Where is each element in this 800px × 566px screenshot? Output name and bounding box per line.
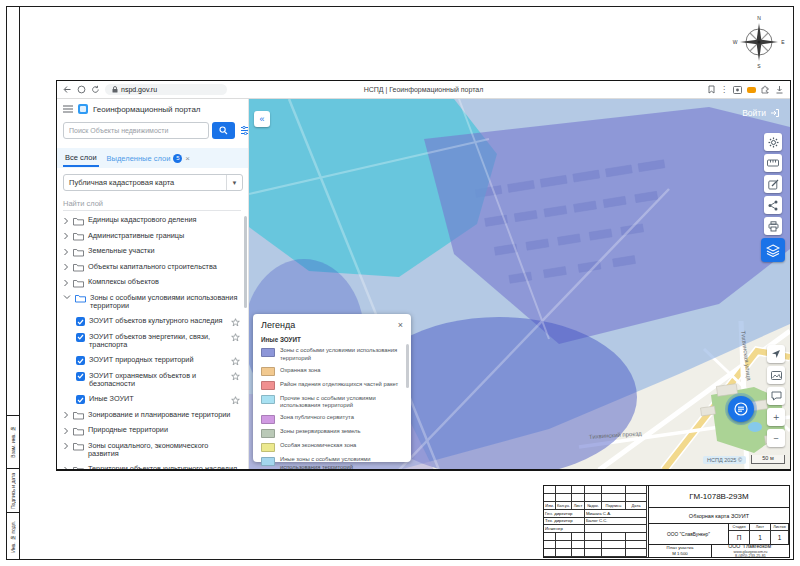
star-icon[interactable] [231,372,240,381]
more-menu-icon[interactable]: ⋮ [720,86,728,94]
drawing-sheet: Взам. инв. № Подпись и дата Инв. № подл.… [0,0,800,566]
info-icon[interactable] [77,85,86,94]
tb-name: Мишага С.А. [585,510,647,518]
reload-icon[interactable] [91,85,100,94]
layer-row[interactable]: ЗОУИТ объектов энергетики, связи, трансп… [63,333,240,351]
tree-item-folder[interactable]: Комплексы объектов [63,278,240,288]
tree-item-folder-expanded[interactable]: Зоны с особыми условиями использования т… [63,294,240,312]
stage-value: 1 [750,531,771,545]
frame-label: Взам. инв. № [10,426,16,458]
tab-selected-label: Выделенные слои [107,154,171,163]
legend-item: Прочие зоны с особыми условиями использо… [261,395,403,410]
folder-open-icon [75,294,86,303]
screenshot-extension-icon[interactable] [733,86,742,94]
zoom-in-button[interactable]: ＋ [767,408,785,426]
legend-item: Особая экономическая зона [261,442,403,452]
tree-item-folder[interactable]: Административные границы [63,232,240,242]
star-icon[interactable] [231,357,240,366]
layer-row[interactable]: ЗОУИТ объектов культурного наследия [63,317,240,327]
tree-item-folder[interactable]: Зоны социального, экономического развити… [63,442,240,460]
measure-button[interactable] [764,154,782,172]
plan-label: План участка М 1:500 [649,545,712,557]
base-layer-select[interactable]: Публичная кадастровая карта ▼ [63,174,243,191]
feedback-button[interactable] [767,387,785,405]
layers-icon [766,244,780,257]
tree-item-label: Природные территории [88,426,240,435]
legend-item: Зона публичного сервитута [261,414,403,424]
clear-selection-icon[interactable]: × [185,154,190,163]
legend-item-label: Район падения отделяющихся частей ракет [280,381,398,389]
legend-scrollbar[interactable] [406,344,409,388]
tb-col-header: Дата [626,502,647,510]
folder-icon [73,248,84,257]
layer-row[interactable]: ЗОУИТ охраняемых объектов и безопасности [63,372,240,390]
tree-item-folder[interactable]: Объекты капитального строительства [63,263,240,273]
bookmark-icon[interactable] [708,85,715,94]
tree-item-folder[interactable]: Территории объектов культурного наследия… [63,465,240,469]
gear-icon [768,137,779,148]
checkbox-checked[interactable] [76,333,85,342]
find-layer-input[interactable]: Найти слой [63,197,241,211]
compass-s: S [757,63,761,69]
frame-left-column: Взам. инв. № Подпись и дата Инв. № подл. [6,6,20,560]
checkbox-checked[interactable] [76,356,85,365]
browser-window: nspd.gov.ru НСПД | Геоинформационный пор… [56,80,791,471]
sidebar-collapse-button[interactable]: « [254,111,270,127]
legend-panel: Легенда × Иные ЗОУИТ Зоны с особыми усло… [253,314,411,462]
tree-item-label: Единицы кадастрового деления [88,216,240,225]
zoom-out-button[interactable]: － [767,429,785,447]
checkbox-checked[interactable] [76,395,85,404]
image-icon [771,371,782,380]
checkbox-checked[interactable] [76,317,85,326]
layer-row[interactable]: ЗОУИТ природных территорий [63,356,240,366]
print-button[interactable] [764,217,782,235]
tree-item-folder[interactable]: Природные территории [63,426,240,436]
url-text: nspd.gov.ru [121,86,157,93]
customer-name: ООО "СлавБункер" [649,524,729,545]
puzzle-extension-icon[interactable] [761,85,770,94]
search-button[interactable] [212,122,235,139]
support-chat-button[interactable] [728,396,754,422]
search-input[interactable]: Поиск Объекты недвижимости [63,122,209,139]
frame-label: Инв. № подл. [10,521,16,553]
hamburger-menu-icon[interactable] [63,105,73,113]
selected-count-badge: 5 [173,154,182,163]
tree-item-folder[interactable]: Зонирование и планирование территории [63,411,240,421]
settings-button[interactable] [764,133,782,151]
layer-row[interactable]: Иные ЗОУИТ [63,395,240,405]
login-button[interactable]: Войти [742,108,780,118]
geolocation-button[interactable] [767,345,785,363]
tree-item-label: Административные границы [88,232,240,241]
tree-item-folder[interactable]: Земельные участки [63,247,240,257]
star-icon[interactable] [231,396,240,405]
star-icon[interactable] [231,318,240,327]
tab-selected-layers[interactable]: Выделенные слои 5 × [107,154,190,163]
stage-value: 1 [771,531,789,545]
basemap-layers-button[interactable] [761,238,785,262]
share-button[interactable] [764,196,782,214]
tab-all-layers[interactable]: Все слои [63,150,99,167]
stage-value: П [729,531,750,545]
address-bar[interactable]: nspd.gov.ru [105,84,227,95]
legend-swatch [261,415,275,424]
tree-item-folder[interactable]: Единицы кадастрового деления [63,216,240,226]
location-arrow-icon [771,349,781,359]
legend-item: Иные зоны с особыми условиями использова… [261,456,403,469]
close-icon[interactable]: × [398,321,403,330]
back-icon[interactable] [63,85,72,94]
checkbox-checked[interactable] [76,372,85,381]
title-block-signatures: Изм. Кол.уч. Лист №док. Подпись Дата Ген… [544,486,648,557]
chevron-right-icon [63,411,69,419]
extension-icon[interactable] [747,87,756,93]
layers-sidebar: Геоинформационный портал Поиск Объекты н… [57,99,249,469]
legend-item: Район падения отделяющихся частей ракет [261,381,403,391]
download-icon[interactable] [775,85,784,94]
minimap-button[interactable] [767,366,785,384]
star-icon[interactable] [231,333,240,342]
draw-button[interactable] [764,175,782,193]
filters-button[interactable] [238,122,249,139]
map-viewport[interactable]: Тихвинская улица Тихвинский проезд « Вой… [249,99,790,469]
portal-title: Геоинформационный портал [93,105,201,114]
sidebar-scrollbar[interactable] [244,216,247,308]
lock-icon [112,86,118,93]
